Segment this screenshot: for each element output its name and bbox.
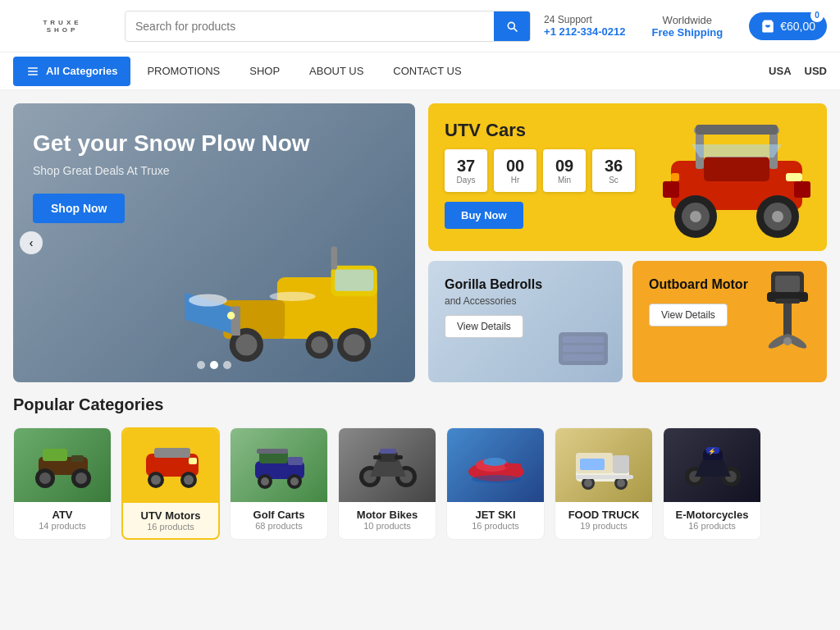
category-golf-carts[interactable]: Golf Carts 68 products <box>230 427 328 540</box>
hero-shop-now-button[interactable]: Shop Now <box>33 194 125 223</box>
hero-plow-image <box>169 202 415 382</box>
banners-row: Get your Snow Plow Now Shop Great Deals … <box>13 103 827 382</box>
worldwide-title: Worldwide <box>652 14 724 26</box>
gorilla-decorative <box>550 316 616 376</box>
currency-selector[interactable]: USD <box>805 65 827 77</box>
svg-point-17 <box>189 294 227 307</box>
svg-point-16 <box>227 312 235 319</box>
svg-rect-37 <box>563 336 604 343</box>
outboard-banner: Outboard Motor View Details <box>632 261 827 382</box>
svg-rect-61 <box>189 458 197 464</box>
svg-rect-34 <box>663 181 679 198</box>
all-categories-button[interactable]: All Categories <box>13 57 130 86</box>
logo-text: TRUXE <box>13 19 112 26</box>
motor-bikes-image <box>339 428 436 502</box>
jetski-svg <box>463 441 529 490</box>
svg-rect-87 <box>580 459 605 470</box>
category-jet-ski[interactable]: JET SKI 16 products <box>446 427 545 540</box>
nav-about[interactable]: ABOUT US <box>296 57 377 85</box>
svg-point-50 <box>39 472 51 484</box>
svg-rect-1 <box>28 71 38 71</box>
nav-contact[interactable]: CONTACT US <box>380 57 474 85</box>
svg-rect-23 <box>696 125 778 135</box>
search-button[interactable] <box>494 11 530 41</box>
carousel-dots <box>197 361 231 369</box>
food-truck-image <box>555 428 653 502</box>
emotorcycle-svg: ⚡ <box>680 441 746 490</box>
logo-sub: SHOP <box>13 26 112 34</box>
nav-shop[interactable]: SHOP <box>236 57 293 85</box>
cart-icon <box>760 19 775 34</box>
search-input[interactable] <box>126 13 494 39</box>
golf-carts-image <box>231 428 328 502</box>
sc-value: 36 <box>605 157 623 176</box>
utv-buy-now-button[interactable]: Buy Now <box>445 202 523 229</box>
utv-car-image <box>655 112 819 243</box>
cart-button[interactable]: 0 €60,00 <box>749 12 827 40</box>
nav-right: USA USD <box>769 65 827 77</box>
jet-ski-count: 16 products <box>450 521 541 531</box>
main-nav: All Categories PROMOTIONS SHOP ABOUT US … <box>0 52 840 90</box>
gorilla-view-details-button[interactable]: View Details <box>445 315 523 338</box>
countdown-days: 37 Days <box>445 149 487 192</box>
svg-rect-77 <box>395 455 403 459</box>
svg-point-83 <box>472 475 521 483</box>
svg-point-60 <box>184 475 194 485</box>
carousel-dot-1[interactable] <box>197 361 205 369</box>
popular-categories-title: Popular Categories <box>13 395 827 414</box>
popular-categories-section: Popular Categories ATV 14 products <box>13 395 827 540</box>
svg-point-12 <box>311 336 328 354</box>
jet-ski-image <box>447 428 545 502</box>
svg-rect-0 <box>28 67 38 68</box>
categories-label: All Categories <box>46 65 117 77</box>
utv-motors-name: UTV Motors <box>126 509 215 522</box>
atv-svg <box>30 441 96 490</box>
snowplow-svg <box>177 218 415 382</box>
days-label: Days <box>457 176 476 185</box>
svg-point-10 <box>344 334 365 355</box>
countdown-seconds: 36 Sc <box>592 149 635 192</box>
countdown-hours: 00 Hr <box>494 149 536 192</box>
hr-label: Hr <box>511 176 520 185</box>
svg-rect-92 <box>576 475 633 479</box>
region-selector[interactable]: USA <box>769 65 791 77</box>
svg-rect-78 <box>380 449 396 454</box>
min-value: 09 <box>555 157 573 176</box>
worldwide-info: Worldwide Free Shipping <box>652 14 724 39</box>
food-truck-name: FOOD TRUCK <box>559 509 649 521</box>
category-atv[interactable]: ATV 14 products <box>13 427 112 540</box>
cart-price: €60,00 <box>780 20 815 33</box>
nav-promotions[interactable]: PROMOTIONS <box>134 57 233 85</box>
svg-rect-5 <box>335 270 373 291</box>
svg-point-91 <box>617 479 625 487</box>
category-food-truck[interactable]: FOOD TRUCK 19 products <box>555 427 653 540</box>
svg-point-27 <box>690 211 701 222</box>
gorilla-banner: Gorilla Bedrolls and Accessories View De… <box>428 261 623 382</box>
support-phone[interactable]: +1 212-334-0212 <box>544 25 625 38</box>
outboard-view-details-button[interactable]: View Details <box>649 304 728 326</box>
atv-count: 14 products <box>17 521 107 531</box>
carousel-dot-2[interactable] <box>210 361 218 369</box>
hero-subtitle: Shop Great Deals At Truxe <box>33 164 395 177</box>
svg-rect-54 <box>71 455 84 462</box>
svg-point-58 <box>151 475 161 485</box>
category-e-motorcycles[interactable]: ⚡ E-Motorcycles 16 products <box>663 427 761 540</box>
svg-point-89 <box>584 479 592 487</box>
category-utv-motors[interactable]: UTV Motors 16 products <box>121 427 220 540</box>
svg-rect-32 <box>671 173 679 181</box>
svg-point-66 <box>261 477 269 486</box>
motor-bikes-name: Motor Bikes <box>342 509 432 521</box>
e-motorcycles-name: E-Motorcycles <box>667 509 757 521</box>
carousel-dot-3[interactable] <box>223 361 231 369</box>
svg-rect-2 <box>28 74 38 75</box>
carousel-prev-button[interactable]: ‹ <box>20 231 43 254</box>
svg-rect-39 <box>563 354 604 361</box>
svg-rect-24 <box>704 157 769 181</box>
hr-value: 00 <box>506 157 524 176</box>
category-motor-bikes[interactable]: Motor Bikes 10 products <box>338 427 436 540</box>
foodtruck-svg <box>572 441 637 490</box>
site-logo[interactable]: TRUXE SHOP <box>13 19 112 34</box>
support-label: 24 Support <box>544 14 625 25</box>
svg-rect-76 <box>373 455 381 459</box>
right-banners: UTV Cars 37 Days 00 Hr 09 Min <box>428 103 827 382</box>
